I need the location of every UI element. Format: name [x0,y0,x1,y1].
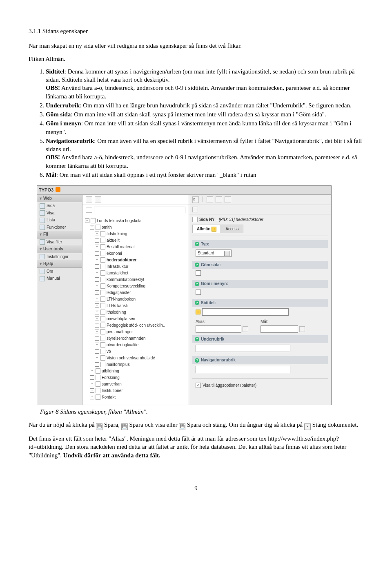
tree-node[interactable]: +Forskning [90,374,186,381]
expand-icon[interactable]: + [95,330,99,334]
nav-item[interactable]: Manual [37,275,82,282]
mal-input[interactable] [261,325,298,333]
help-icon[interactable]: ? [195,337,199,341]
expand-icon[interactable]: + [95,316,99,321]
nav-item[interactable]: Inställningar [37,253,82,261]
expand-icon[interactable]: + [95,271,99,275]
expand-icon[interactable]: + [90,369,94,373]
collapse-icon[interactable]: − [90,225,94,230]
help-icon[interactable]: ? [195,358,199,363]
new-page-icon[interactable] [86,196,92,203]
nav-section-help[interactable]: ▾Hjälp [37,260,82,268]
tree-node[interactable]: +mailformplus [95,361,186,368]
tree-search-input[interactable] [94,207,185,213]
nav-item[interactable]: Visa filer [37,238,82,246]
expand-icon[interactable]: + [95,303,99,308]
expand-icon[interactable]: + [90,388,94,393]
gom-sida-checkbox[interactable] [196,270,201,276]
funnel-icon[interactable] [86,207,92,213]
underrubrik-input[interactable] [196,345,290,352]
page-icon [100,362,105,367]
tree-node[interactable]: +Kontakt [90,394,186,401]
page-icon [100,264,105,269]
expand-icon[interactable]: + [95,251,99,256]
expand-icon[interactable]: + [95,349,99,354]
help-icon[interactable] [243,326,248,332]
new-page-copy-icon[interactable] [95,196,101,203]
help-icon[interactable]: ? [195,282,199,286]
nav-item[interactable]: Funktioner [37,224,82,231]
tree-root[interactable]: −Lunds tekniska högskola [85,218,186,224]
expand-icon[interactable]: + [95,284,99,288]
help-icon[interactable]: ? [195,242,199,246]
nav-section-fil[interactable]: ▾Fil [37,231,82,238]
help-icon[interactable]: ? [195,263,199,267]
nav-item[interactable]: Sida [37,202,82,209]
nav-item[interactable]: Visa [37,209,82,217]
save-icon[interactable] [207,196,213,203]
expand-icon[interactable]: + [95,336,99,341]
tree-node[interactable]: +omwebbplatsen [95,316,186,322]
expand-icon[interactable]: + [95,297,99,301]
paletter-checkbox[interactable] [196,383,201,388]
expand-icon[interactable]: + [95,323,99,328]
expand-icon[interactable]: + [95,362,99,367]
close-icon[interactable]: × [192,196,199,203]
nav-section-usertools[interactable]: ▾User tools [37,245,82,253]
alias-bold: Undvik därför att använda detta fält. [63,452,160,459]
tree-node[interactable]: +ekonomi [95,250,186,257]
expand-icon[interactable]: + [95,264,99,269]
typ-select[interactable]: Standard [196,250,232,257]
tree-node[interactable]: +samverkan [90,381,186,388]
tree-node[interactable]: +Institutioner [90,388,186,394]
collapse-icon[interactable]: − [85,218,89,223]
tree-node[interactable]: +Vision och verksamhetsidé [95,355,186,361]
expand-icon[interactable]: + [95,238,99,243]
tree-node[interactable]: +personalfragor [95,329,186,335]
tree-node[interactable]: +aktuellt [95,237,186,244]
tree-node[interactable]: +vb [95,348,186,355]
expand-icon[interactable]: + [90,375,94,380]
tree-node[interactable]: +lthsledning [95,309,186,316]
tab-access[interactable]: Access [221,225,243,233]
save-view-icon[interactable] [216,196,222,203]
save-close-icon[interactable] [225,196,231,203]
tree-node[interactable]: +utvarderingkvalitet [95,342,186,348]
tab-allman[interactable]: Allmän! [192,225,221,233]
expand-icon[interactable]: + [95,343,99,347]
tree-node[interactable]: +Beställ material [95,244,186,250]
expand-icon[interactable]: + [90,382,94,386]
tree-node[interactable]: +ledigatjanster [95,290,186,296]
expand-icon[interactable]: + [95,290,99,295]
tree-node[interactable]: +utbildning [90,368,186,374]
expand-icon[interactable]: + [95,245,99,249]
nav-item[interactable]: Lista [37,216,82,224]
tree-node[interactable]: +Kompetensutveckling [95,283,186,290]
help-icon[interactable] [299,326,305,332]
tree-node[interactable]: +LTHs kansli [95,303,186,309]
navrubrik-input[interactable] [196,366,290,373]
help-icon[interactable]: ? [195,301,199,305]
page-icon [96,388,100,393]
tree-node[interactable]: +hedersdoktorer [95,257,186,263]
tree-node[interactable]: +styrelserochnamnden [95,335,186,342]
tree-node[interactable]: +Infrastruktur [95,263,186,270]
tree-node-omlth[interactable]: −omlth [90,224,186,231]
help-icon[interactable] [192,207,198,212]
expand-icon[interactable]: + [95,258,99,262]
expand-icon[interactable]: + [95,310,99,314]
gom-meny-checkbox[interactable] [196,290,201,295]
expand-icon[interactable]: + [95,232,99,236]
tree-node[interactable]: +LTH-handboken [95,296,186,303]
expand-icon[interactable]: + [95,356,99,360]
tree-node[interactable]: +tidsbokning [95,231,186,237]
alias-input[interactable] [196,325,241,333]
tree-node[interactable]: +kommunikationrekryt [95,276,186,283]
expand-icon[interactable]: + [95,277,99,282]
nav-section-web[interactable]: ▾Web [37,195,82,203]
tree-node[interactable]: +Pedagogisk stöd- och utvecklin.. [95,322,186,329]
nav-item[interactable]: Om [37,268,82,275]
tree-node[interactable]: +jamstalldhet [95,270,186,276]
sidtitel-input[interactable] [202,308,289,316]
expand-icon[interactable]: + [90,395,94,399]
